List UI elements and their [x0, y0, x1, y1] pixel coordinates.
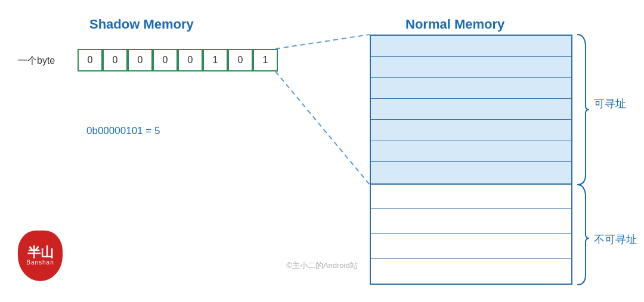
- bit-cell-2: 0: [128, 49, 153, 71]
- logo-cn-text: 半山: [27, 246, 54, 259]
- label-non-addressable: 不可寻址: [594, 232, 637, 247]
- bit-cell-1: 0: [103, 49, 128, 71]
- addr-row-6: [371, 141, 571, 162]
- addr-row-1: [371, 36, 571, 57]
- addr-row-7: [371, 162, 571, 183]
- bit-cell-5: 1: [203, 49, 228, 71]
- diagram-container: Shadow Memory Normal Memory 一个byte 0 0 0…: [0, 0, 644, 302]
- logo: 半山 Banshan: [18, 231, 66, 284]
- watermark: ©主小二的Android站: [286, 260, 357, 271]
- formula-label: 0b00000101 = 5: [86, 125, 160, 137]
- label-addressable: 可寻址: [594, 96, 626, 111]
- addressable-section: [371, 36, 571, 185]
- bit-cell-6: 0: [228, 49, 253, 71]
- logo-en-text: Banshan: [26, 259, 54, 266]
- bit-cell-4: 0: [178, 49, 203, 71]
- bit-cell-0: 0: [78, 49, 103, 71]
- byte-label: 一个byte: [18, 55, 55, 67]
- non-addr-row-4: [371, 259, 571, 284]
- addr-row-2: [371, 57, 571, 77]
- normal-memory-title: Normal Memory: [405, 17, 504, 32]
- bit-cell-3: 0: [153, 49, 178, 71]
- addr-row-5: [371, 120, 571, 141]
- non-addr-row-3: [371, 234, 571, 259]
- bit-cells-container: 0 0 0 0 0 1 0 1: [78, 49, 278, 71]
- svg-line-1: [275, 71, 370, 185]
- bit-cell-7: 1: [253, 49, 278, 71]
- non-addr-row-2: [371, 209, 571, 234]
- normal-memory-box: [370, 35, 572, 285]
- non-addr-row-1: [371, 185, 571, 210]
- addr-row-4: [371, 99, 571, 120]
- svg-line-0: [275, 35, 370, 49]
- addr-row-3: [371, 78, 571, 99]
- logo-inner: 半山 Banshan: [18, 231, 63, 281]
- non-addressable-section: [371, 185, 571, 284]
- shadow-memory-title: Shadow Memory: [89, 17, 194, 32]
